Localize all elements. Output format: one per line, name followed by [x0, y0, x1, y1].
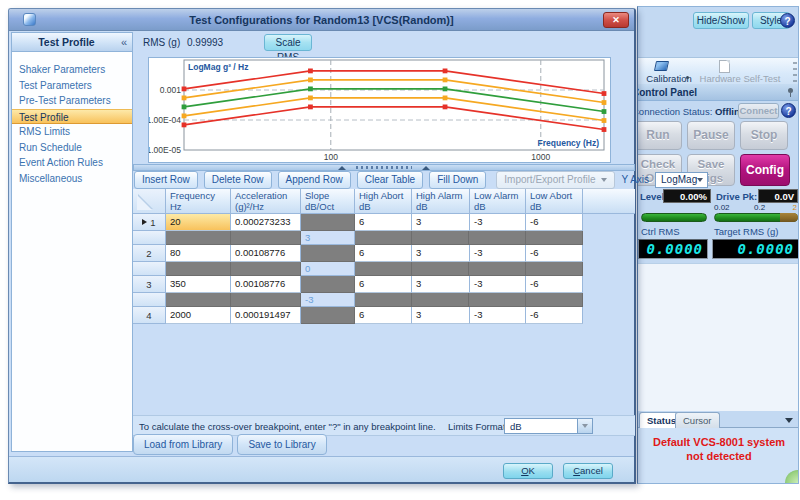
tab-cursor[interactable]: Cursor — [675, 412, 720, 428]
sidebar-item-event-action-rules[interactable]: Event Action Rules — [12, 155, 132, 171]
cell-low-alarm[interactable]: -3 — [470, 276, 526, 293]
limits-format-dropdown-arrow[interactable] — [578, 418, 593, 434]
cell-frequency[interactable]: 350 — [166, 276, 231, 293]
target-rms-bar — [714, 213, 798, 222]
ok-button[interactable]: OK — [503, 463, 553, 479]
row-selector[interactable]: 3 — [133, 276, 166, 293]
crossover-hint: To calculate the cross-over breakpoint, … — [139, 421, 436, 432]
cell-high-abort[interactable]: 6 — [355, 245, 412, 262]
cell-low-abort[interactable]: -6 — [526, 245, 583, 262]
help-icon[interactable]: ? — [780, 13, 795, 28]
stop-button: Stop — [740, 121, 788, 150]
cell-acceleration[interactable]: 0.00108776 — [231, 245, 301, 262]
y-axis-dropdown[interactable]: LogMag — [655, 172, 708, 188]
cell-frequency[interactable]: 20 — [166, 214, 231, 231]
control-panel-title: Control Panel — [639, 87, 697, 98]
clear-table-button[interactable]: Clear Table — [357, 171, 423, 189]
cell-blocked — [526, 231, 583, 245]
cell-high-alarm[interactable]: 3 — [412, 245, 470, 262]
connection-status-label: Connection Status: — [637, 106, 712, 117]
insert-row-button[interactable]: Insert Row — [134, 171, 198, 189]
select-all-corner[interactable] — [133, 189, 166, 214]
sidebar-item-test-profile[interactable]: Test Profile — [12, 109, 132, 125]
target-rms-label: Target RMS (g) — [714, 226, 778, 237]
rms-label: RMS (g) — [143, 37, 180, 48]
hint-row: To calculate the cross-over breakpoint, … — [133, 415, 635, 436]
column-header-slope: SlopedB/Oct — [301, 189, 355, 214]
cell-high-abort[interactable]: 6 — [355, 307, 412, 324]
cell-frequency[interactable]: 80 — [166, 245, 231, 262]
sidebar-item-pre-test-parameters[interactable]: Pre-Test Parameters — [12, 93, 132, 109]
cell-slope-value[interactable]: -3 — [301, 293, 355, 307]
scale-rms-button[interactable]: Scale RMS — [264, 34, 312, 51]
cell-low-abort[interactable]: -6 — [526, 276, 583, 293]
column-header-frequency: FrequencyHz — [166, 189, 231, 214]
hide-show-button[interactable]: Hide/Show — [693, 12, 749, 29]
sidebar-item-shaker-parameters[interactable]: Shaker Parameters — [12, 62, 132, 78]
config-button[interactable]: Config — [740, 154, 790, 186]
cancel-button[interactable]: Cancel — [563, 463, 613, 479]
help-icon[interactable]: ? — [781, 103, 796, 118]
rms-value: 0.99993 — [187, 37, 223, 48]
cell-low-alarm[interactable]: -3 — [470, 214, 526, 231]
dialog-titlebar[interactable]: Test Configurations for Random13 [VCS(Ra… — [9, 9, 634, 31]
sidebar-item-run-schedule[interactable]: Run Schedule — [12, 140, 132, 156]
cell-low-abort[interactable]: -6 — [526, 307, 583, 324]
fill-down-button[interactable]: Fill Down — [429, 171, 486, 189]
ribbon-overflow-icon[interactable] — [793, 62, 797, 82]
cell-high-alarm[interactable]: 3 — [412, 214, 470, 231]
row-selector[interactable]: 4 — [133, 307, 166, 324]
import-export-profile-button: Import/Export Profile — [496, 171, 615, 189]
table-header-row: FrequencyHzAcceleration(g)²/HzSlopedB/Oc… — [133, 189, 635, 214]
column-header-low-alarm: Low AlarmdB — [470, 189, 526, 214]
limits-format-label: Limits Format — [448, 421, 506, 432]
row-selector[interactable]: 2 — [133, 245, 166, 262]
control-panel-header: Control Panel — [638, 84, 799, 101]
limits-format-dropdown[interactable]: dB — [504, 418, 578, 434]
cell-high-alarm[interactable]: 3 — [412, 276, 470, 293]
scale-tick: 0.2 — [754, 203, 765, 212]
table-toolbar: Insert RowDelete RowAppend RowClear Tabl… — [134, 170, 635, 189]
scale-tick: 0.02 — [714, 203, 730, 212]
column-header-acceleration: Acceleration(g)²/Hz — [231, 189, 301, 214]
cell-low-alarm[interactable]: -3 — [470, 245, 526, 262]
save-to-library-button[interactable]: Save to Library — [237, 434, 326, 455]
sidebar-item-test-parameters[interactable]: Test Parameters — [12, 78, 132, 94]
cell-high-abort[interactable]: 6 — [355, 214, 412, 231]
cell-acceleration[interactable]: 0.00108776 — [231, 276, 301, 293]
splitter-grip-icon — [356, 166, 412, 169]
sidebar-item-miscellaneous[interactable]: Miscellaneous — [12, 171, 132, 187]
cell-low-abort[interactable]: -6 — [526, 214, 583, 231]
cell-low-alarm[interactable]: -3 — [470, 307, 526, 324]
load-from-library-button[interactable]: Load from Library — [133, 434, 233, 455]
cell-acceleration[interactable]: 0.000273233 — [231, 214, 301, 231]
sidebar-item-rms-limits[interactable]: RMS Limits — [12, 124, 132, 140]
scale-tick: 2 — [793, 203, 797, 212]
cell-slope-value[interactable]: 3 — [301, 231, 355, 245]
row-selector-spacer — [133, 293, 166, 307]
cell-blocked — [166, 293, 231, 307]
sidebar: Shaker ParametersTest ParametersPre-Test… — [11, 52, 133, 452]
column-header-low-abort: Low AbortdB — [526, 189, 583, 214]
chevron-down-icon[interactable] — [785, 418, 793, 423]
collapse-sidebar-icon[interactable]: « — [121, 36, 132, 48]
collapse-up-icon — [422, 166, 430, 170]
cell-blocked — [469, 231, 526, 245]
pin-icon[interactable] — [788, 88, 793, 93]
cell-slope-value[interactable]: 0 — [301, 262, 355, 276]
cell-frequency[interactable]: 2000 — [166, 307, 231, 324]
row-filler — [583, 214, 635, 231]
drive-pk-label: Drive Pk: — [716, 191, 757, 202]
svg-text:100: 100 — [324, 152, 338, 162]
append-row-button[interactable]: Append Row — [278, 171, 351, 189]
row-selector-spacer — [133, 231, 166, 245]
cell-slope-blocked — [301, 245, 355, 262]
library-row: Load from Library Save to Library — [133, 434, 327, 456]
cell-high-alarm[interactable]: 3 — [412, 307, 470, 324]
cell-acceleration[interactable]: 0.000191497 — [231, 307, 301, 324]
collapse-up-icon — [338, 166, 346, 170]
cell-high-abort[interactable]: 6 — [355, 276, 412, 293]
close-button[interactable]: ✕ — [603, 12, 629, 28]
delete-row-button[interactable]: Delete Row — [204, 171, 272, 189]
row-selector[interactable]: 1 — [133, 214, 166, 231]
